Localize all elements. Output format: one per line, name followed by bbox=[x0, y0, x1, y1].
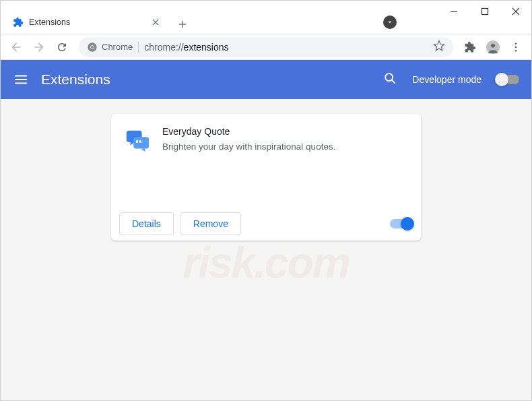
extension-enable-toggle[interactable] bbox=[390, 219, 413, 228]
close-window-button[interactable] bbox=[500, 1, 531, 22]
svg-rect-19 bbox=[133, 137, 149, 148]
address-bar[interactable]: Chrome chrome://extensions bbox=[79, 37, 453, 57]
svg-line-17 bbox=[392, 80, 395, 84]
extension-app-icon bbox=[125, 129, 150, 154]
chrome-icon bbox=[87, 42, 98, 53]
forward-button[interactable] bbox=[29, 37, 49, 57]
minimize-button[interactable] bbox=[438, 1, 469, 22]
chrome-chip: Chrome bbox=[87, 42, 133, 53]
extension-card: Everyday Quote Brighten your day with in… bbox=[111, 114, 421, 241]
menu-icon[interactable] bbox=[13, 71, 29, 88]
extensions-header: Extensions Developer mode bbox=[1, 60, 531, 99]
svg-point-13 bbox=[515, 42, 517, 44]
profile-icon[interactable] bbox=[483, 37, 503, 57]
new-tab-button[interactable] bbox=[173, 15, 192, 34]
svg-rect-20 bbox=[136, 140, 138, 143]
window-controls bbox=[438, 1, 531, 22]
svg-point-15 bbox=[515, 49, 517, 51]
toolbar: Chrome chrome://extensions bbox=[1, 34, 531, 60]
separator bbox=[138, 42, 139, 53]
tab-extensions[interactable]: Extensions bbox=[6, 11, 168, 34]
developer-mode-label: Developer mode bbox=[412, 74, 481, 85]
details-button[interactable]: Details bbox=[119, 212, 174, 235]
svg-rect-21 bbox=[139, 140, 141, 143]
reload-button[interactable] bbox=[52, 37, 72, 57]
chevron-down-icon[interactable] bbox=[383, 16, 397, 29]
remove-button[interactable]: Remove bbox=[180, 212, 241, 235]
extensions-icon[interactable] bbox=[460, 37, 480, 57]
svg-point-12 bbox=[491, 43, 495, 47]
maximize-button[interactable] bbox=[469, 1, 500, 22]
svg-rect-1 bbox=[482, 9, 488, 15]
back-button[interactable] bbox=[6, 37, 26, 57]
svg-point-10 bbox=[91, 46, 94, 49]
search-icon[interactable] bbox=[383, 71, 397, 88]
developer-mode-toggle[interactable] bbox=[496, 75, 519, 84]
extension-name: Everyday Quote bbox=[162, 126, 407, 137]
svg-point-14 bbox=[515, 46, 517, 48]
tab-title: Extensions bbox=[29, 18, 145, 27]
puzzle-icon bbox=[13, 17, 24, 28]
extension-description: Brighten your day with inspirational quo… bbox=[162, 141, 407, 154]
star-icon[interactable] bbox=[433, 40, 445, 55]
close-tab-button[interactable] bbox=[150, 17, 161, 28]
menu-button[interactable] bbox=[506, 37, 526, 57]
url-text: chrome://extensions bbox=[144, 42, 228, 53]
chrome-chip-text: Chrome bbox=[102, 42, 133, 52]
content-area: Everyday Quote Brighten your day with in… bbox=[1, 99, 531, 401]
page-title: Extensions bbox=[41, 71, 110, 88]
